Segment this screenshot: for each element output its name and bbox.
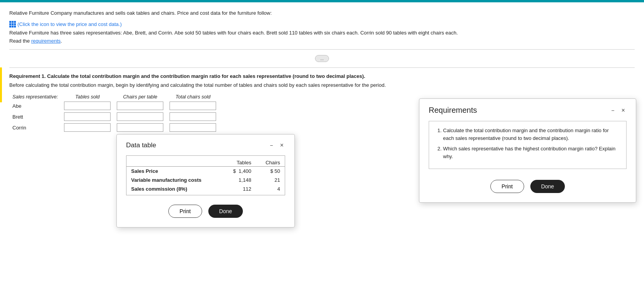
data-col-label (126, 159, 223, 167)
commission-chairs: 4 (256, 184, 285, 193)
requirements-modal: Requirements − × Calculate the total con… (419, 98, 636, 203)
brett-total-chairs-cell (166, 111, 219, 122)
grid-icon (9, 21, 16, 28)
abe-total-chairs-cell (166, 100, 219, 111)
corrin-chairs-per-table-cell (114, 122, 166, 133)
commission-tables: 112 (223, 184, 256, 193)
sales-table: Sales representative: Tables sold Chairs… (9, 93, 219, 133)
brett-chairs-per-table-input[interactable] (117, 112, 163, 121)
var-mfg-chairs: 21 (256, 176, 285, 184)
data-modal-header: Data table − × (126, 141, 285, 149)
modal-overlay: Data table − × Tables Chairs (0, 2, 644, 293)
table-row-abe: Abe (9, 100, 219, 111)
read-requirements: Read the requirements. (9, 38, 635, 44)
abe-tables-sold-cell (61, 100, 114, 111)
req-modal-done-button[interactable]: Done (530, 180, 565, 193)
table-row-corrin: Corrin (9, 122, 219, 133)
data-modal-close-button[interactable]: × (279, 142, 285, 149)
corrin-total-chairs-input[interactable] (170, 123, 216, 132)
corrin-chairs-per-table-input[interactable] (117, 123, 163, 132)
table-row-brett: Brett (9, 111, 219, 122)
rep-name-corrin: Corrin (9, 122, 61, 133)
data-row-commission: Sales commission (8%) 112 4 (126, 184, 285, 193)
data-modal-minimize-button[interactable]: − (268, 142, 274, 148)
req-modal-print-button[interactable]: Print (490, 180, 524, 193)
requirements-link[interactable]: requirements (31, 38, 61, 44)
req-modal-controls: − × (609, 107, 627, 114)
data-col-chairs: Chairs (256, 159, 285, 167)
req-item-1: Calculate the total contribution margin … (443, 127, 620, 142)
req-modal-close-button[interactable]: × (620, 107, 627, 114)
intro-line1: Relative Furniture Company manufactures … (9, 10, 635, 16)
abe-chairs-per-table-cell (114, 100, 166, 111)
col-header-tables-sold: Tables sold (61, 93, 114, 100)
data-table-modal: Data table − × Tables Chairs (116, 134, 295, 228)
commission-label: Sales commission (8%) (126, 184, 223, 193)
req-modal-buttons: Print Done (429, 180, 627, 193)
icon-link-text: (Click the icon to view the price and co… (17, 21, 122, 27)
collapse-button[interactable]: ... (315, 55, 329, 62)
data-inner-table: Tables Chairs Sales Price $ 1,400 $ 50 (126, 159, 285, 193)
req-box: Calculate the total contribution margin … (429, 121, 627, 169)
corrin-total-chairs-cell (166, 122, 219, 133)
data-modal-print-button[interactable]: Print (168, 205, 202, 218)
rep-name-abe: Abe (9, 100, 61, 111)
main-content: Relative Furniture Company manufactures … (0, 2, 644, 293)
data-row-sales-price: Sales Price $ 1,400 $ 50 (126, 167, 285, 176)
brett-tables-sold-input[interactable] (64, 112, 111, 121)
req-item-2: Which sales representative has the highe… (443, 145, 620, 160)
req-modal-header: Requirements − × (429, 106, 627, 115)
corrin-tables-sold-cell (61, 122, 114, 133)
col-header-rep: Sales representative: (9, 93, 61, 100)
data-col-tables: Tables (223, 159, 256, 167)
yellow-accent-bar (0, 67, 2, 102)
divider (9, 49, 635, 50)
requirement-text: Calculate the total contribution margin … (46, 73, 365, 79)
intro-icon-link[interactable]: (Click the icon to view the price and co… (9, 18, 635, 28)
sales-price-chairs: $ 50 (256, 167, 285, 176)
brett-tables-sold-cell (61, 111, 114, 122)
read-text: Read the (9, 38, 31, 44)
rep-name-brett: Brett (9, 111, 61, 122)
sales-price-label: Sales Price (126, 167, 223, 176)
sales-price-dollar: $ 1,400 (223, 167, 256, 176)
requirement-label: Requirement 1. (9, 73, 46, 79)
divider2 (9, 67, 635, 68)
abe-total-chairs-input[interactable] (170, 102, 216, 110)
var-mfg-label: Variable manufacturing costs (126, 176, 223, 184)
data-modal-buttons: Print Done (126, 205, 285, 218)
data-table-wrap: Tables Chairs Sales Price $ 1,400 $ 50 (126, 155, 285, 195)
data-row-var-mfg: Variable manufacturing costs 1,148 21 (126, 176, 285, 184)
abe-chairs-per-table-input[interactable] (117, 102, 163, 110)
intro-line2: Relative Furniture has three sales repre… (9, 30, 635, 36)
corrin-tables-sold-input[interactable] (64, 123, 111, 132)
data-modal-done-button[interactable]: Done (208, 205, 243, 218)
abe-tables-sold-input[interactable] (64, 102, 111, 110)
brett-total-chairs-input[interactable] (170, 112, 216, 121)
var-mfg-tables: 1,148 (223, 176, 256, 184)
col-header-total-chairs: Total chairs sold (166, 93, 219, 100)
requirement-title: Requirement 1. Calculate the total contr… (9, 73, 635, 79)
col-header-chairs-per-table: Chairs per table (114, 93, 166, 100)
data-table-icon-link[interactable]: (Click the icon to view the price and co… (9, 21, 122, 28)
req-modal-minimize-button[interactable]: − (609, 107, 616, 114)
data-modal-controls: − × (268, 142, 285, 149)
req-list: Calculate the total contribution margin … (435, 127, 620, 160)
data-modal-title: Data table (126, 141, 156, 149)
brett-chairs-per-table-cell (114, 111, 166, 122)
before-text: Before calculating the total contributio… (9, 82, 635, 88)
req-modal-title: Requirements (429, 106, 477, 115)
